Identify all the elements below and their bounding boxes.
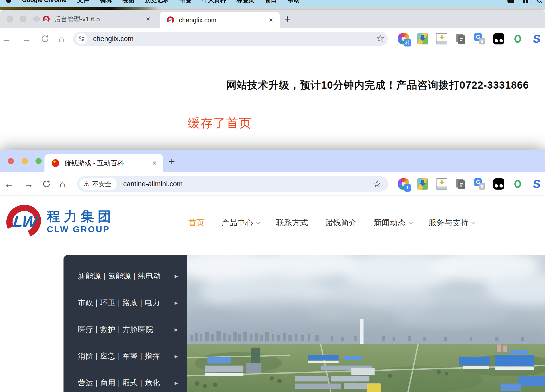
site-header: LW 程力集团 CLW GROUP 首页 产品中心 联系方式 赌钱简介 — [0, 196, 545, 255]
image-downloader-extension-icon[interactable] — [417, 178, 428, 190]
menubar-item-profiles[interactable]: 个人资料 — [202, 0, 226, 4]
category-municipal[interactable]: 市政 | 环卫 | 路政 | 电力 ▶ — [63, 290, 187, 316]
nav-label: 首页 — [188, 217, 204, 228]
save-image-extension-icon[interactable] — [436, 33, 447, 44]
translate-g-glyph: G — [476, 179, 480, 185]
category-label: 新能源 | 氢能源 | 纯电动 — [78, 271, 161, 281]
menubar-item-bookmarks[interactable]: 书签 — [180, 0, 192, 4]
url-text[interactable]: cantine-alimini.com — [123, 180, 183, 188]
google-translate-extension-icon[interactable]: G 文 — [474, 33, 485, 44]
menubar-item-file[interactable]: 文件 — [77, 0, 89, 4]
copy-clipboard-extension-icon[interactable] — [455, 178, 466, 190]
back-icon[interactable]: ← — [4, 179, 14, 189]
reload-icon[interactable] — [42, 179, 51, 189]
chat-status-icon[interactable] — [507, 0, 514, 3]
google-translate-extension-icon[interactable]: G 文 — [474, 178, 485, 190]
forward-icon[interactable]: → — [22, 34, 31, 44]
menubar-app-name[interactable]: Google Chrome — [22, 0, 67, 4]
stylus-extension-icon[interactable]: S — [531, 178, 543, 190]
browser-window-chenglix: w 后台管理-v1.6.5 × w chenglix.com × + ← → ⌂ — [0, 10, 545, 150]
chevron-down-icon — [256, 220, 260, 224]
category-new-energy[interactable]: 新能源 | 氢能源 | 纯电动 ▶ — [63, 263, 187, 290]
toolbar-window2: ← → ⌂ ⚠ 不安全 cantine-alimini.com ☆ 1 G 文 — [0, 172, 545, 196]
chevron-down-icon — [409, 220, 413, 224]
close-window-button[interactable] — [8, 158, 14, 164]
category-commercial[interactable]: 营运 | 商用 | 厢式 | 危化 ▶ — [63, 370, 187, 392]
menubar-item-view[interactable]: 视图 — [123, 0, 134, 4]
menubar-item-help[interactable]: 帮助 — [288, 0, 300, 4]
stylus-extension-icon[interactable]: S — [531, 33, 543, 44]
maintenance-banner: 网站技术升级，预计10分钟内完成！产品咨询拨打0722-3331866 — [226, 78, 529, 92]
site-settings-icon[interactable] — [76, 33, 87, 44]
pinwheel-extension-icon[interactable]: 科 — [398, 33, 409, 44]
tab-title: 后台管理-v1.6.5 — [55, 15, 100, 23]
back-icon[interactable]: ← — [2, 34, 11, 44]
menubar-item-history[interactable]: 历史记录 — [145, 0, 169, 4]
extension-badge: 科 — [404, 39, 411, 46]
tab-chenglix[interactable]: w chenglix.com × — [160, 12, 280, 28]
home-icon[interactable]: ⌂ — [59, 34, 65, 44]
logo-lw-glyph: LW — [12, 213, 39, 230]
minimize-window-button[interactable] — [22, 158, 28, 164]
category-label: 消防 | 应急 | 军警 | 指挥 — [78, 351, 160, 361]
address-bar[interactable]: chenglix.com — [73, 32, 388, 46]
nav-intro[interactable]: 赌钱简介 — [325, 217, 357, 228]
page-chenglix: 网站技术升级，预计10分钟内完成！产品咨询拨打0722-3331866 缓存了首… — [0, 49, 545, 150]
category-fire-emergency[interactable]: 消防 | 应急 | 军警 | 指挥 ▶ — [63, 343, 187, 370]
apple-menu-icon[interactable] — [6, 0, 11, 3]
nav-news[interactable]: 新闻动态 — [374, 217, 412, 228]
home-icon[interactable]: ⌂ — [60, 179, 66, 189]
copy-clipboard-extension-icon[interactable] — [455, 33, 466, 44]
close-window-button[interactable] — [7, 16, 13, 22]
pinwheel-extension-icon[interactable]: 1 — [398, 178, 409, 190]
category-label: 营运 | 商用 | 厢式 | 危化 — [78, 378, 160, 388]
category-medical[interactable]: 医疗 | 救护 | 方舱医院 ▶ — [63, 316, 187, 343]
tab-admin-backend[interactable]: w 后台管理-v1.6.5 × — [39, 10, 157, 28]
bookmark-star-icon[interactable]: ☆ — [373, 179, 382, 189]
tab-gambling-baike[interactable]: ★ 赌钱游戏 - 互动百科 × — [44, 154, 163, 172]
dark-theme-extension-icon[interactable] — [493, 178, 504, 190]
category-label: 市政 | 环卫 | 路政 | 电力 — [78, 298, 160, 308]
new-tab-button[interactable]: + — [169, 156, 175, 168]
translate-wen-glyph: 文 — [480, 38, 484, 44]
bookmark-star-icon[interactable]: ☆ — [376, 33, 385, 43]
url-text[interactable]: chenglix.com — [93, 35, 134, 43]
image-downloader-extension-icon[interactable] — [417, 33, 428, 44]
new-tab-button[interactable]: + — [284, 13, 290, 25]
translate-g-glyph: G — [476, 34, 480, 40]
security-chip[interactable]: ⚠ 不安全 — [79, 178, 117, 190]
forward-icon[interactable]: → — [24, 179, 33, 189]
toolbar-window1: ← → ⌂ chenglix.com ☆ 科 — [0, 28, 545, 49]
save-image-extension-icon[interactable] — [436, 178, 447, 190]
svg-text:w: w — [44, 17, 47, 21]
menubar-item-window[interactable]: 窗口 — [265, 0, 277, 4]
nav-contact[interactable]: 联系方式 — [276, 217, 308, 228]
spotlight-search-icon[interactable] — [537, 0, 541, 3]
not-secure-warning-icon: ⚠ — [84, 180, 89, 188]
green-ring-extension-icon[interactable] — [512, 33, 523, 44]
translate-wen-glyph: 文 — [480, 183, 484, 189]
tab-close-icon[interactable]: × — [269, 16, 273, 24]
clw-site-page: LW 程力集团 CLW GROUP 首页 产品中心 联系方式 赌钱简介 — [0, 196, 545, 392]
macos-menubar: Google Chrome 文件 编辑 视图 历史记录 书签 个人资料 标签页 … — [0, 0, 545, 7]
tab-close-icon[interactable]: × — [152, 160, 157, 167]
nav-label: 新闻动态 — [374, 217, 406, 228]
pause-status-icon[interactable] — [523, 0, 529, 3]
nav-label: 服务与支持 — [429, 217, 468, 228]
clw-group-logo[interactable]: LW 程力集团 CLW GROUP — [3, 205, 131, 238]
address-bar[interactable]: ⚠ 不安全 cantine-alimini.com — [77, 176, 388, 192]
nav-home[interactable]: 首页 — [188, 217, 204, 228]
green-ring-extension-icon[interactable] — [512, 178, 523, 190]
menubar-item-tabs[interactable]: 标签页 — [237, 0, 255, 4]
nav-support[interactable]: 服务与支持 — [429, 217, 474, 228]
minimize-window-button[interactable] — [20, 16, 26, 22]
nav-label: 联系方式 — [276, 217, 308, 228]
nav-label: 产品中心 — [221, 217, 253, 228]
zoom-window-button[interactable] — [35, 158, 42, 164]
reload-icon[interactable] — [40, 34, 50, 43]
nav-products[interactable]: 产品中心 — [221, 217, 259, 228]
dark-theme-extension-icon[interactable] — [493, 33, 504, 44]
cache-notice-text: 缓存了首页 — [188, 115, 252, 131]
tab-close-icon[interactable]: × — [146, 15, 150, 23]
menubar-item-edit[interactable]: 编辑 — [100, 0, 112, 4]
